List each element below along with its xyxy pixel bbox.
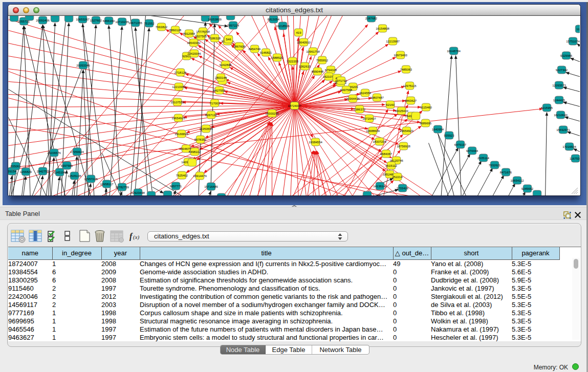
svg-text:546: 546 xyxy=(226,38,231,41)
svg-text:1640954: 1640954 xyxy=(432,128,444,131)
svg-text:9146821: 9146821 xyxy=(260,51,272,54)
svg-text:7386372: 7386372 xyxy=(354,108,366,111)
svg-text:12213987: 12213987 xyxy=(386,40,400,43)
svg-text:19654923: 19654923 xyxy=(400,129,413,133)
svg-text:12975115: 12975115 xyxy=(403,84,417,87)
svg-text:19166825: 19166825 xyxy=(175,133,188,136)
svg-text:2942757: 2942757 xyxy=(37,170,49,173)
svg-text:10973493: 10973493 xyxy=(394,54,407,57)
svg-text:8186328: 8186328 xyxy=(209,37,221,40)
svg-text:9327505: 9327505 xyxy=(195,35,207,38)
svg-text:18756928: 18756928 xyxy=(397,145,410,148)
svg-text:18307209: 18307209 xyxy=(373,140,386,143)
svg-text:1362615: 1362615 xyxy=(299,65,311,68)
svg-text:717001: 717001 xyxy=(209,102,220,105)
svg-text:11353594: 11353594 xyxy=(199,127,213,130)
svg-text:6466160: 6466160 xyxy=(103,19,115,23)
svg-text:1112: 1112 xyxy=(576,28,580,31)
svg-text:20364436: 20364436 xyxy=(346,97,360,100)
svg-text:10807487: 10807487 xyxy=(370,96,384,99)
svg-text:15716485: 15716485 xyxy=(204,185,218,188)
svg-text:7485063: 7485063 xyxy=(400,68,412,71)
svg-text:16648784: 16648784 xyxy=(447,50,461,53)
svg-text:10688609: 10688609 xyxy=(366,129,380,133)
svg-text:19384554: 19384554 xyxy=(309,141,322,144)
svg-text:19218506: 19218506 xyxy=(276,25,290,28)
svg-text:8813054: 8813054 xyxy=(268,18,280,21)
svg-text:835061: 835061 xyxy=(10,165,21,168)
svg-text:15751074: 15751074 xyxy=(566,40,580,43)
svg-text:15692971: 15692971 xyxy=(556,128,570,132)
svg-text:10653267: 10653267 xyxy=(76,18,90,21)
svg-text:16671355: 16671355 xyxy=(128,21,142,25)
svg-text:18300295: 18300295 xyxy=(265,112,279,115)
svg-text:9474444: 9474444 xyxy=(466,149,478,152)
svg-text:1588520: 1588520 xyxy=(271,56,284,59)
svg-text:1156829: 1156829 xyxy=(20,170,32,173)
svg-text:1615112: 1615112 xyxy=(385,164,398,167)
svg-text:7955812: 7955812 xyxy=(316,59,329,62)
svg-text:2087682: 2087682 xyxy=(365,17,378,20)
svg-text:1733426: 1733426 xyxy=(397,187,409,190)
svg-text:10958117: 10958117 xyxy=(100,183,114,186)
svg-text:5498222: 5498222 xyxy=(189,150,201,154)
svg-text:9242848: 9242848 xyxy=(220,63,232,67)
svg-text:2935114: 2935114 xyxy=(477,157,490,160)
svg-text:1527602: 1527602 xyxy=(90,19,102,22)
svg-text:12923448: 12923448 xyxy=(131,191,145,194)
svg-text:8990448: 8990448 xyxy=(312,70,324,73)
svg-text:10719155: 10719155 xyxy=(115,20,129,24)
svg-text:2718126: 2718126 xyxy=(175,71,187,74)
svg-text:15720407: 15720407 xyxy=(362,117,376,120)
svg-text:7632621: 7632621 xyxy=(489,164,501,167)
svg-text:2867608: 2867608 xyxy=(233,45,246,48)
svg-text:3624554: 3624554 xyxy=(359,92,372,95)
svg-text:8267130: 8267130 xyxy=(205,114,217,117)
svg-text:12213369: 12213369 xyxy=(172,85,186,89)
svg-text:6479197: 6479197 xyxy=(454,143,467,146)
svg-text:16914479: 16914479 xyxy=(193,174,207,178)
svg-text:17359924: 17359924 xyxy=(70,150,84,154)
svg-text:19654925: 19654925 xyxy=(171,117,185,120)
svg-text:9684067: 9684067 xyxy=(380,152,393,156)
svg-text:17957225: 17957225 xyxy=(84,178,98,181)
svg-text:7857224: 7857224 xyxy=(227,24,239,27)
svg-text:12093573: 12093573 xyxy=(552,84,566,87)
svg-text:8454749: 8454749 xyxy=(249,48,261,51)
svg-text:9657771: 9657771 xyxy=(170,185,182,188)
svg-text:20091406: 20091406 xyxy=(36,19,50,22)
svg-text:12505135: 12505135 xyxy=(68,174,81,178)
svg-text:22420046: 22420046 xyxy=(187,52,201,55)
svg-text:17016504: 17016504 xyxy=(562,145,576,148)
svg-text:252214: 252214 xyxy=(392,176,403,179)
svg-text:8427552: 8427552 xyxy=(213,89,226,92)
svg-text:419: 419 xyxy=(296,31,301,34)
svg-text:1322203: 1322203 xyxy=(287,60,299,63)
svg-text:9115460: 9115460 xyxy=(420,106,432,109)
svg-text:1071710: 1071710 xyxy=(335,79,347,82)
svg-text:10961758: 10961758 xyxy=(306,50,320,53)
svg-text:f: f xyxy=(129,232,133,241)
svg-text:10025433: 10025433 xyxy=(395,110,408,113)
svg-text:8912954: 8912954 xyxy=(183,32,195,35)
svg-text:10654112: 10654112 xyxy=(510,179,524,182)
svg-text:20053346: 20053346 xyxy=(76,64,90,67)
svg-text:15640910: 15640910 xyxy=(297,41,311,44)
svg-text:39154: 39154 xyxy=(8,170,17,173)
svg-text:9397586: 9397586 xyxy=(61,164,73,167)
svg-text:9329966: 9329966 xyxy=(560,54,573,57)
svg-text:62160: 62160 xyxy=(386,103,395,106)
svg-text:1167534: 1167534 xyxy=(570,157,580,160)
svg-text:7663822: 7663822 xyxy=(156,26,168,29)
svg-text:8471676: 8471676 xyxy=(500,171,512,174)
svg-text:18724007: 18724007 xyxy=(288,104,301,107)
svg-text:16210643: 16210643 xyxy=(554,114,568,117)
svg-text:14136141: 14136141 xyxy=(373,185,387,188)
svg-text:16154808: 16154808 xyxy=(376,27,389,30)
svg-text:16543382: 16543382 xyxy=(187,41,201,45)
svg-text:16782759: 16782759 xyxy=(115,186,129,189)
svg-text:16053809: 16053809 xyxy=(208,18,222,21)
svg-text:1145194: 1145194 xyxy=(54,171,66,174)
svg-text:9463627: 9463627 xyxy=(405,99,417,102)
svg-text:8678352: 8678352 xyxy=(194,138,207,141)
